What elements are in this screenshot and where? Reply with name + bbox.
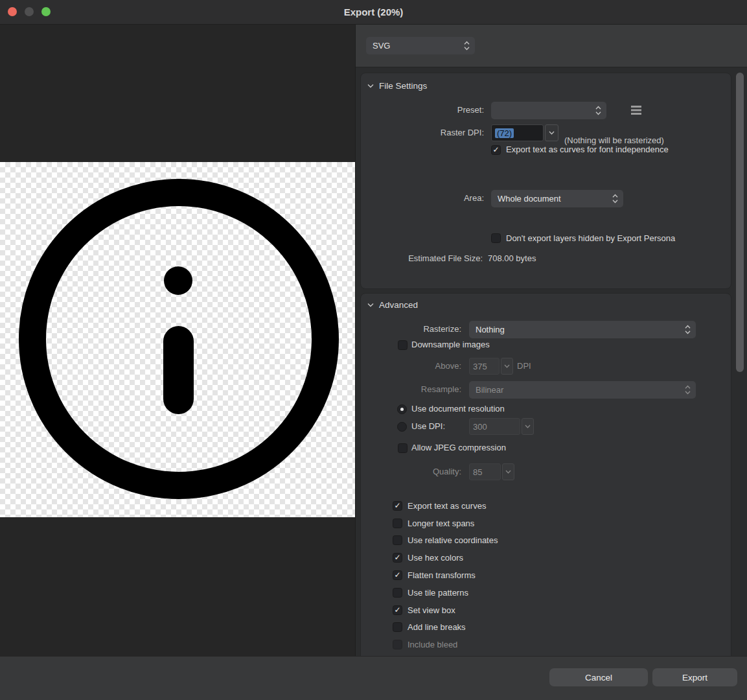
option-checkbox[interactable] [393, 553, 402, 563]
resample-label: Resample: [421, 384, 461, 395]
export-preview-pane [0, 25, 356, 656]
option-row: Set view box [393, 601, 498, 619]
rasterize-select-value: Nothing [476, 325, 505, 334]
format-strip: SVG [356, 25, 747, 67]
preset-label: Preset: [457, 105, 484, 115]
use-document-resolution-label: Use document resolution [411, 404, 505, 414]
quality-value: 85 [469, 463, 501, 480]
titlebar: Export (20%) [0, 0, 747, 25]
option-label: Longer text spans [408, 519, 474, 528]
option-row: Add line breaks [393, 619, 498, 636]
use-dpi-value: 300 [469, 418, 520, 435]
chevron-down-icon [549, 131, 555, 135]
raster-dpi-dropdown-button[interactable] [545, 124, 558, 141]
allow-jpeg-label: Allow JPEG compression [411, 443, 506, 453]
raster-dpi-value[interactable]: (72) [495, 128, 514, 138]
quality-label: Quality: [433, 467, 461, 477]
option-checkbox[interactable] [393, 535, 402, 545]
scrollbar-thumb[interactable] [736, 73, 744, 372]
info-icon-artwork [0, 162, 356, 517]
above-combobox[interactable]: 375 [469, 358, 513, 375]
resample-select[interactable]: Bilinear [469, 381, 696, 399]
export-dialog: Export (20%) SVG [0, 0, 747, 700]
above-value: 375 [469, 358, 500, 375]
stepper-icon [464, 41, 470, 51]
option-label: Set view box [408, 605, 455, 615]
option-checkbox[interactable] [393, 570, 402, 580]
advanced-title: Advanced [379, 300, 418, 310]
use-dpi-combobox[interactable]: 300 [469, 418, 534, 435]
option-row: Longer text spans [393, 515, 498, 532]
option-label: Add line breaks [408, 622, 466, 632]
export-button[interactable]: Export [652, 668, 737, 686]
option-label: Include bleed [408, 640, 457, 649]
rasterize-select[interactable]: Nothing [469, 321, 696, 338]
export-settings-panel: SVG File Settings Preset: [356, 25, 747, 656]
downsample-images-checkbox[interactable] [398, 340, 408, 350]
option-checkbox[interactable] [393, 588, 402, 598]
file-settings-title: File Settings [379, 81, 427, 91]
format-select-value: SVG [373, 41, 390, 51]
option-row: Export text as curves [393, 497, 498, 515]
above-dropdown-button[interactable] [501, 358, 513, 375]
use-dpi-radio[interactable] [397, 422, 407, 432]
above-label: Above: [435, 361, 461, 371]
estimated-size-label: Estimated File Size: [408, 253, 483, 264]
raster-dpi-label: Raster DPI: [441, 128, 484, 138]
option-row: Use relative coordinates [393, 532, 498, 550]
downsample-images-label: Downsample images [411, 340, 490, 350]
use-dpi-label: Use DPI: [411, 421, 445, 432]
option-row: Flatten transforms [393, 566, 498, 584]
advanced-header[interactable]: Advanced [367, 300, 418, 310]
window-title: Export (20%) [0, 0, 747, 25]
option-label: Use relative coordinates [408, 535, 498, 545]
option-row: Use tile patterns [393, 584, 498, 601]
export-text-curves-font-label: Export text as curves for font independe… [506, 145, 669, 155]
rasterize-label: Rasterize: [423, 324, 461, 334]
option-checkbox[interactable] [393, 605, 402, 615]
stepper-icon [685, 325, 691, 334]
option-label: Use hex colors [408, 553, 463, 563]
area-label: Area: [464, 193, 484, 204]
dialog-footer: Cancel Export [0, 656, 747, 700]
chevron-down-icon [504, 364, 510, 368]
export-text-curves-font-checkbox[interactable] [491, 145, 501, 155]
chevron-down-icon [367, 84, 374, 88]
cancel-button[interactable]: Cancel [549, 668, 648, 686]
advanced-options-list: Export text as curvesLonger text spansUs… [393, 497, 498, 653]
option-row: Include bleed [393, 636, 498, 653]
preset-menu-icon[interactable] [631, 106, 641, 115]
option-label: Flatten transforms [408, 570, 476, 580]
stepper-icon [685, 385, 691, 395]
quality-combobox[interactable]: 85 [469, 463, 514, 480]
area-select[interactable]: Whole document [491, 190, 623, 207]
option-label: Use tile patterns [408, 588, 468, 598]
resample-select-value: Bilinear [476, 385, 503, 395]
option-checkbox[interactable] [393, 640, 402, 649]
preset-select[interactable] [491, 102, 606, 119]
chevron-down-icon [367, 303, 374, 307]
option-row: Use hex colors [393, 549, 498, 566]
allow-jpeg-checkbox[interactable] [398, 443, 408, 453]
dont-export-hidden-checkbox[interactable] [491, 233, 501, 243]
raster-dpi-combobox[interactable]: (72) [491, 124, 558, 141]
format-select[interactable]: SVG [366, 37, 475, 54]
chevron-down-icon [505, 470, 511, 474]
option-checkbox[interactable] [393, 501, 402, 511]
use-dpi-dropdown-button[interactable] [522, 418, 534, 435]
area-select-value: Whole document [498, 194, 561, 204]
option-checkbox[interactable] [393, 519, 402, 528]
above-dpi-suffix: DPI [517, 361, 531, 371]
estimated-size-value: 708.00 bytes [488, 253, 536, 264]
use-document-resolution-radio[interactable] [397, 404, 407, 414]
stepper-icon [595, 106, 601, 115]
stepper-icon [612, 194, 618, 204]
dont-export-hidden-label: Don't export layers hidden by Export Per… [506, 233, 675, 244]
option-checkbox[interactable] [393, 622, 402, 632]
chevron-down-icon [525, 425, 531, 428]
file-settings-header[interactable]: File Settings [367, 81, 427, 91]
quality-dropdown-button[interactable] [502, 463, 514, 480]
advanced-group: Advanced Rasterize: Nothing Downsample i… [360, 293, 731, 657]
option-label: Export text as curves [408, 501, 486, 511]
file-settings-group: File Settings Preset: Raster DPI: (72) [360, 73, 731, 289]
